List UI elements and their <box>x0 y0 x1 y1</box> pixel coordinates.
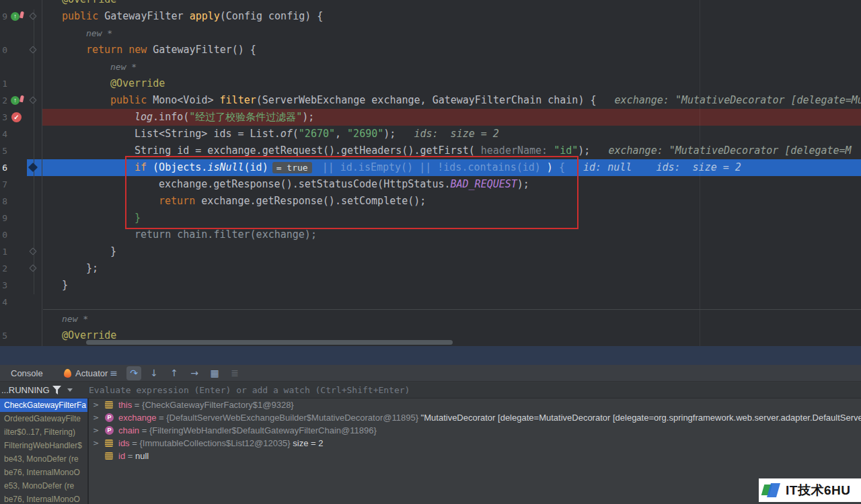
stack-frame-row[interactable]: be76, InternalMonoO <box>0 466 87 479</box>
code-token: ); <box>383 128 414 140</box>
frames-panel: CheckGatewayFilterFaOrderedGatewayFiltei… <box>0 398 87 504</box>
code-line: List<String> ids = List.of("2670", "2690… <box>135 126 499 142</box>
filter-funnel-icon[interactable] <box>52 386 61 394</box>
variable-reference: {DefaultServerWebExchangeBuilder$Mutativ… <box>166 413 420 423</box>
stack-frame-row[interactable]: be76, InternalMonoO <box>0 493 87 504</box>
code-token: return chain.filter(exchange); <box>135 228 317 241</box>
line-number: 9 <box>0 8 7 25</box>
code-token: GatewayFilter() { <box>153 44 256 56</box>
variable-name: ids <box>118 438 130 448</box>
code-line: @Override <box>62 0 116 8</box>
equals-sign: = <box>139 425 149 435</box>
code-token: "id" <box>554 144 578 157</box>
fold-marker-icon[interactable] <box>29 247 36 255</box>
run-to-cursor-icon[interactable]: → <box>187 366 202 380</box>
step-into-icon[interactable]: ↓ <box>147 366 161 380</box>
more-options-icon: ≣ <box>227 366 242 380</box>
code-token: public <box>110 94 153 106</box>
fold-marker-icon[interactable] <box>29 46 36 53</box>
variable-text: ids = {ImmutableCollections$List12@12035… <box>118 437 323 450</box>
chevron-right-icon[interactable]: > <box>93 424 101 437</box>
threads-dropdown[interactable]: ...RUNNING <box>0 382 87 398</box>
variable-row[interactable]: >this = {CheckGatewayFilterFactory$1@932… <box>89 398 861 411</box>
equals-sign: = <box>130 438 140 448</box>
fold-marker-icon[interactable] <box>29 264 36 271</box>
code-line: public Mono<Void> filter(ServerWebExchan… <box>110 92 861 109</box>
code-token: (Config config) { <box>220 10 324 22</box>
step-out-icon[interactable]: ↑ <box>167 366 182 380</box>
fold-marker-icon[interactable] <box>29 96 36 103</box>
variable-name: exchange <box>118 413 156 423</box>
chevron-right-icon[interactable]: > <box>93 411 101 424</box>
code-token: "2690" <box>347 128 383 140</box>
watermark-logo-icon <box>763 483 783 498</box>
code-token: return new <box>86 44 153 56</box>
stack-frame-row[interactable]: ilter$0..17, Filtering) <box>0 425 87 439</box>
line-number: 7 <box>0 176 7 193</box>
actuator-flame-icon <box>64 369 72 378</box>
breakpoint-icon[interactable]: ✓ <box>11 112 22 122</box>
code-token: ); <box>302 111 314 123</box>
code-line: }; <box>86 260 98 277</box>
horizontal-scrollbar[interactable] <box>86 340 453 345</box>
code-token: .info( <box>153 111 189 123</box>
fold-marker-icon[interactable] <box>29 12 36 19</box>
chevron-right-icon[interactable]: > <box>93 398 101 411</box>
line-number: 2 <box>0 92 7 109</box>
code-line: } <box>62 277 68 294</box>
code-token: "2670" <box>299 128 335 140</box>
variable-reference: {CheckGatewayFilterFactory$1@9328} <box>142 400 294 410</box>
tab-actuator[interactable]: Actuator <box>75 365 108 382</box>
debugger-header-band <box>0 346 861 365</box>
line-number: 6 <box>0 159 7 176</box>
variable-row[interactable]: id = null <box>89 450 861 462</box>
view-options-icon[interactable]: ≡ <box>106 366 121 380</box>
field-icon <box>105 401 113 409</box>
code-token: List<String> ids = List. <box>135 128 280 140</box>
line-number: 5 <box>0 327 7 344</box>
variable-name: id <box>118 451 125 461</box>
stack-frame-row[interactable]: e53, MonoDefer (re <box>0 479 87 493</box>
line-number: 3 <box>0 277 7 294</box>
inline-debug-hint: exchange: "MutativeDecorator [delegate=M… <box>615 94 861 106</box>
watermark-text: IT技术6HU <box>786 482 850 499</box>
variable-reference: {ImmutableCollections$List12@12035} <box>139 438 293 448</box>
chevron-right-icon[interactable]: > <box>93 437 101 450</box>
inline-debug-hint: exchange: "MutativeDecorator [delegate=M <box>608 144 851 157</box>
code-token: log <box>135 111 153 123</box>
chevron-down-icon[interactable] <box>67 388 73 392</box>
stack-frame-row[interactable]: FilteringWebHandler$ <box>0 439 87 452</box>
variable-name: chain <box>118 425 139 435</box>
override-marker-icon[interactable]: ↑ <box>11 12 20 21</box>
variable-row[interactable]: >Pchain = {FilteringWebHandler$DefaultGa… <box>89 424 861 437</box>
variable-value: null <box>135 451 149 461</box>
line-number: 3 <box>0 109 7 126</box>
parameter-icon: P <box>105 413 114 422</box>
line-number: 4 <box>0 126 7 142</box>
stack-frame-row[interactable]: CheckGatewayFilterFa <box>0 398 87 412</box>
tab-console[interactable]: Console <box>11 365 43 382</box>
watermark: IT技术6HU <box>759 478 861 502</box>
stack-frame-row[interactable]: be43, MonoDefer (re <box>0 452 87 466</box>
code-line: } <box>110 243 116 260</box>
code-token: Mono<Void> <box>153 94 219 106</box>
stack-frame-row[interactable]: OrderedGatewayFilte <box>0 412 87 425</box>
step-over-icon[interactable]: ↷ <box>126 366 141 380</box>
variable-row[interactable]: >ids = {ImmutableCollections$List12@1203… <box>89 437 861 450</box>
evaluate-expression-input[interactable] <box>89 382 860 398</box>
line-number: 1 <box>0 75 7 92</box>
line-number: 8 <box>0 193 7 210</box>
evaluate-expression-icon[interactable]: ▦ <box>207 366 222 380</box>
variable-size: size = 2 <box>293 438 323 448</box>
code-token: String id = exchange.getRequest().getHea… <box>135 144 481 157</box>
line-number: 4 <box>0 294 7 310</box>
variable-row[interactable]: >Pexchange = {DefaultServerWebExchangeBu… <box>89 411 861 424</box>
code-line: new * <box>110 58 137 75</box>
line-number: 0 <box>0 226 7 243</box>
equals-sign: = <box>132 400 142 410</box>
code-token: new * <box>86 28 112 38</box>
variable-text: id = null <box>118 450 149 462</box>
override-marker-icon[interactable]: ↑ <box>11 96 20 105</box>
gutter-border <box>42 0 42 346</box>
equals-sign: = <box>156 413 166 423</box>
